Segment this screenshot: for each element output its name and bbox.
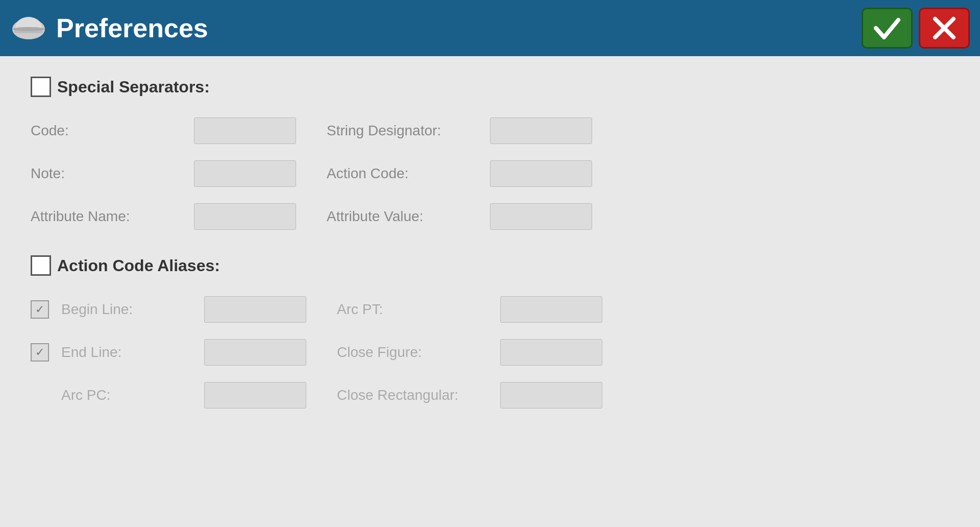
string-designator-input[interactable] — [490, 117, 592, 144]
action-code-label: Action Code: — [327, 165, 490, 182]
action-code-aliases-section: Action Code Aliases: Begin Line: Arc PT:… — [31, 255, 949, 409]
app-logo-icon — [10, 10, 47, 46]
header-buttons — [862, 8, 970, 49]
header: Preferences — [0, 0, 980, 56]
content: Special Separators: Code: String Designa… — [0, 56, 980, 449]
cancel-button[interactable] — [919, 8, 970, 49]
arc-pc-label: Arc PC: — [61, 387, 204, 403]
special-separators-header: Special Separators: — [31, 77, 949, 97]
ok-button[interactable] — [862, 8, 913, 49]
action-code-aliases-label: Action Code Aliases: — [57, 256, 220, 275]
close-figure-label: Close Figure: — [337, 344, 500, 361]
attribute-name-input[interactable] — [194, 203, 296, 230]
begin-line-checkbox[interactable] — [31, 300, 49, 319]
arc-pc-input[interactable] — [204, 382, 306, 409]
attribute-name-label: Attribute Name: — [31, 208, 194, 225]
end-line-label: End Line: — [61, 344, 204, 361]
string-designator-label: String Designator: — [327, 123, 490, 139]
action-code-aliases-checkbox[interactable] — [31, 255, 51, 276]
action-code-aliases-fields: Begin Line: Arc PT: End Line: Close Figu… — [31, 296, 949, 409]
arc-pt-label: Arc PT: — [337, 301, 500, 318]
action-code-input[interactable] — [490, 160, 592, 187]
checkmark-icon — [872, 13, 902, 43]
special-separators-fields: Code: String Designator: Note: Action Co… — [31, 117, 949, 230]
attribute-value-input[interactable] — [490, 203, 592, 230]
end-line-input[interactable] — [204, 339, 306, 366]
arc-pt-input[interactable] — [500, 296, 602, 323]
code-input[interactable] — [194, 117, 296, 144]
page-title: Preferences — [56, 13, 852, 43]
note-label: Note: — [31, 165, 194, 182]
begin-line-input[interactable] — [204, 296, 306, 323]
action-code-aliases-header: Action Code Aliases: — [31, 255, 949, 276]
code-label: Code: — [31, 123, 194, 139]
special-separators-checkbox[interactable] — [31, 77, 51, 97]
close-rectangular-label: Close Rectangular: — [337, 387, 500, 403]
special-separators-label: Special Separators: — [57, 78, 210, 97]
note-input[interactable] — [194, 160, 296, 187]
x-icon — [929, 13, 960, 43]
begin-line-label: Begin Line: — [61, 301, 204, 318]
close-rectangular-input[interactable] — [500, 382, 602, 409]
close-figure-input[interactable] — [500, 339, 602, 366]
attribute-value-label: Attribute Value: — [327, 208, 490, 225]
end-line-checkbox[interactable] — [31, 343, 49, 362]
svg-point-2 — [12, 27, 45, 31]
